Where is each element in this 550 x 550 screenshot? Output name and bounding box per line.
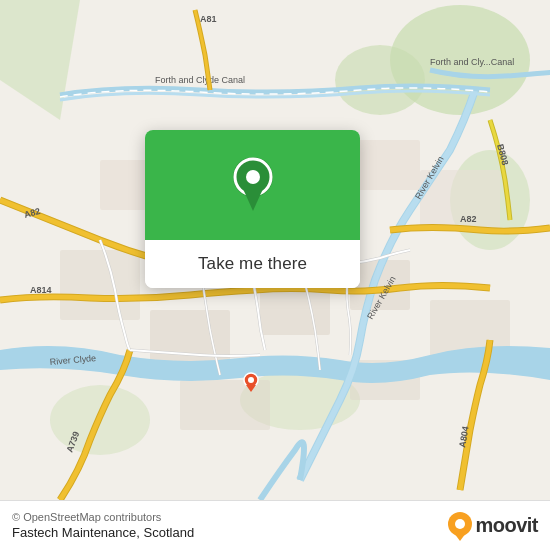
svg-point-35 <box>248 377 254 383</box>
svg-text:Forth and Clyde Canal: Forth and Clyde Canal <box>155 75 245 85</box>
svg-text:Forth and Cly...Canal: Forth and Cly...Canal <box>430 57 514 67</box>
footer-bar: © OpenStreetMap contributors Fastech Mai… <box>0 500 550 550</box>
moovit-brand-text: moovit <box>475 514 538 537</box>
map-marker-icon <box>243 372 259 392</box>
svg-point-2 <box>335 45 425 115</box>
svg-rect-10 <box>60 250 140 320</box>
svg-point-38 <box>455 519 465 529</box>
location-pin-icon <box>231 155 275 215</box>
svg-rect-15 <box>350 140 420 190</box>
take-me-there-button[interactable]: Take me there <box>145 240 360 288</box>
svg-marker-36 <box>246 385 256 392</box>
svg-text:A82: A82 <box>460 214 477 224</box>
svg-marker-39 <box>454 533 466 541</box>
popup-card: Take me there <box>145 130 360 288</box>
moovit-pin-icon <box>447 511 473 541</box>
svg-text:A81: A81 <box>200 14 217 24</box>
popup-green-area <box>145 130 360 240</box>
map-container: A82 A82 A814 A814 A739 A804 B808 Forth a… <box>0 0 550 500</box>
svg-marker-33 <box>244 191 262 211</box>
svg-point-32 <box>246 170 260 184</box>
location-name: Fastech Maintenance, Scotland <box>12 525 194 540</box>
copyright-text: © OpenStreetMap contributors <box>12 511 194 523</box>
moovit-logo: moovit <box>447 511 538 541</box>
svg-text:A814: A814 <box>30 285 52 295</box>
footer-left: © OpenStreetMap contributors Fastech Mai… <box>12 511 194 540</box>
